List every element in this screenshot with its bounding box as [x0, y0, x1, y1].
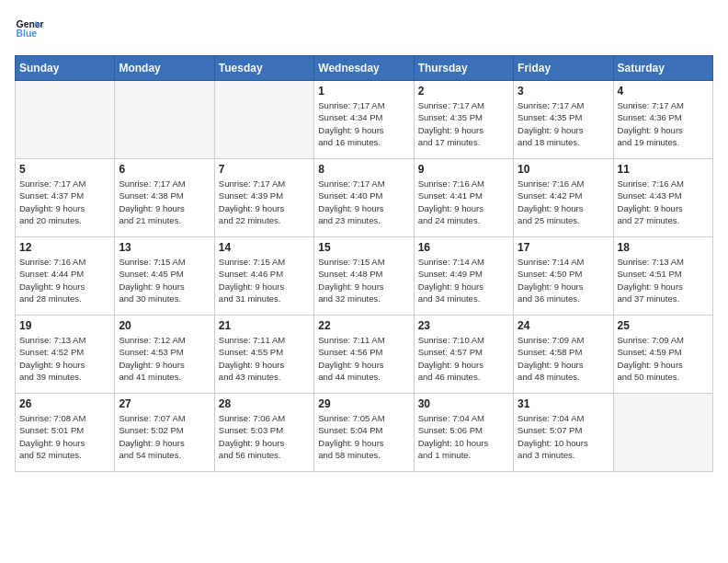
calendar-cell: 4Sunrise: 7:17 AM Sunset: 4:36 PM Daylig…	[613, 81, 712, 159]
day-number: 4	[618, 85, 709, 98]
day-number: 17	[518, 241, 609, 254]
day-info: Sunrise: 7:05 AM Sunset: 5:04 PM Dayligh…	[318, 412, 409, 461]
day-info: Sunrise: 7:14 AM Sunset: 4:49 PM Dayligh…	[418, 256, 509, 304]
day-number: 20	[119, 319, 210, 332]
day-of-week-header: Thursday	[414, 56, 513, 81]
day-number: 26	[19, 397, 110, 410]
calendar-cell: 13Sunrise: 7:15 AM Sunset: 4:45 PM Dayli…	[115, 237, 214, 316]
day-info: Sunrise: 7:17 AM Sunset: 4:34 PM Dayligh…	[318, 99, 409, 148]
day-number: 15	[318, 241, 409, 254]
calendar-cell: 10Sunrise: 7:16 AM Sunset: 4:42 PM Dayli…	[514, 159, 613, 237]
day-number: 31	[518, 397, 609, 410]
day-info: Sunrise: 7:16 AM Sunset: 4:44 PM Dayligh…	[19, 256, 110, 304]
calendar-cell: 23Sunrise: 7:10 AM Sunset: 4:57 PM Dayli…	[414, 316, 513, 394]
calendar-cell: 28Sunrise: 7:06 AM Sunset: 5:03 PM Dayli…	[214, 394, 313, 472]
calendar-cell: 26Sunrise: 7:08 AM Sunset: 5:01 PM Dayli…	[16, 394, 115, 472]
day-info: Sunrise: 7:04 AM Sunset: 5:06 PM Dayligh…	[418, 412, 509, 461]
day-number: 13	[119, 241, 210, 254]
calendar-cell: 1Sunrise: 7:17 AM Sunset: 4:34 PM Daylig…	[314, 81, 414, 159]
calendar-cell: 21Sunrise: 7:11 AM Sunset: 4:55 PM Dayli…	[214, 316, 313, 394]
day-info: Sunrise: 7:11 AM Sunset: 4:56 PM Dayligh…	[318, 334, 409, 383]
day-info: Sunrise: 7:04 AM Sunset: 5:07 PM Dayligh…	[518, 412, 609, 461]
day-info: Sunrise: 7:15 AM Sunset: 4:48 PM Dayligh…	[318, 256, 409, 304]
calendar-cell: 3Sunrise: 7:17 AM Sunset: 4:35 PM Daylig…	[514, 81, 613, 159]
calendar-cell: 15Sunrise: 7:15 AM Sunset: 4:48 PM Dayli…	[314, 237, 414, 316]
day-number: 12	[19, 241, 110, 254]
day-number: 18	[618, 241, 709, 254]
calendar-cell: 17Sunrise: 7:14 AM Sunset: 4:50 PM Dayli…	[514, 237, 613, 316]
day-of-week-header: Tuesday	[214, 56, 313, 81]
calendar-cell: 19Sunrise: 7:13 AM Sunset: 4:52 PM Dayli…	[16, 316, 115, 394]
day-number: 25	[618, 319, 709, 332]
day-info: Sunrise: 7:14 AM Sunset: 4:50 PM Dayligh…	[518, 256, 609, 304]
day-info: Sunrise: 7:12 AM Sunset: 4:53 PM Dayligh…	[119, 334, 210, 383]
calendar-cell: 20Sunrise: 7:12 AM Sunset: 4:53 PM Dayli…	[115, 316, 214, 394]
day-of-week-header: Wednesday	[314, 56, 414, 81]
calendar-cell: 27Sunrise: 7:07 AM Sunset: 5:02 PM Dayli…	[115, 394, 214, 472]
week-row: 5Sunrise: 7:17 AM Sunset: 4:37 PM Daylig…	[16, 159, 713, 237]
day-of-week-header: Monday	[115, 56, 214, 81]
day-info: Sunrise: 7:16 AM Sunset: 4:41 PM Dayligh…	[418, 178, 509, 226]
calendar-cell: 25Sunrise: 7:09 AM Sunset: 4:59 PM Dayli…	[613, 316, 712, 394]
day-info: Sunrise: 7:09 AM Sunset: 4:59 PM Dayligh…	[618, 334, 709, 383]
day-number: 7	[219, 163, 310, 176]
day-number: 24	[518, 319, 609, 332]
day-info: Sunrise: 7:15 AM Sunset: 4:46 PM Dayligh…	[219, 256, 310, 304]
day-number: 21	[219, 319, 310, 332]
calendar-cell	[214, 81, 313, 159]
calendar-cell: 2Sunrise: 7:17 AM Sunset: 4:35 PM Daylig…	[414, 81, 513, 159]
week-row: 12Sunrise: 7:16 AM Sunset: 4:44 PM Dayli…	[16, 237, 713, 316]
calendar-cell: 7Sunrise: 7:17 AM Sunset: 4:39 PM Daylig…	[214, 159, 313, 237]
day-number: 1	[318, 85, 409, 98]
day-of-week-header: Saturday	[613, 56, 712, 81]
calendar-cell: 16Sunrise: 7:14 AM Sunset: 4:49 PM Dayli…	[414, 237, 513, 316]
day-info: Sunrise: 7:13 AM Sunset: 4:52 PM Dayligh…	[19, 334, 110, 383]
day-info: Sunrise: 7:17 AM Sunset: 4:35 PM Dayligh…	[518, 99, 609, 148]
day-number: 11	[618, 163, 709, 176]
day-number: 14	[219, 241, 310, 254]
day-number: 27	[119, 397, 210, 410]
calendar-cell: 18Sunrise: 7:13 AM Sunset: 4:51 PM Dayli…	[613, 237, 712, 316]
calendar-cell: 12Sunrise: 7:16 AM Sunset: 4:44 PM Dayli…	[16, 237, 115, 316]
calendar-cell: 24Sunrise: 7:09 AM Sunset: 4:58 PM Dayli…	[514, 316, 613, 394]
day-info: Sunrise: 7:17 AM Sunset: 4:37 PM Dayligh…	[19, 178, 110, 226]
day-info: Sunrise: 7:11 AM Sunset: 4:55 PM Dayligh…	[219, 334, 310, 383]
day-info: Sunrise: 7:16 AM Sunset: 4:42 PM Dayligh…	[518, 178, 609, 226]
svg-text:Blue: Blue	[17, 29, 38, 39]
day-number: 10	[518, 163, 609, 176]
calendar-cell: 5Sunrise: 7:17 AM Sunset: 4:37 PM Daylig…	[16, 159, 115, 237]
day-info: Sunrise: 7:13 AM Sunset: 4:51 PM Dayligh…	[618, 256, 709, 304]
calendar-table: SundayMondayTuesdayWednesdayThursdayFrid…	[15, 55, 713, 472]
day-info: Sunrise: 7:17 AM Sunset: 4:35 PM Dayligh…	[418, 99, 509, 148]
day-number: 6	[119, 163, 210, 176]
day-info: Sunrise: 7:07 AM Sunset: 5:02 PM Dayligh…	[119, 412, 210, 461]
calendar-cell: 31Sunrise: 7:04 AM Sunset: 5:07 PM Dayli…	[514, 394, 613, 472]
day-info: Sunrise: 7:06 AM Sunset: 5:03 PM Dayligh…	[219, 412, 310, 461]
day-number: 3	[518, 85, 609, 98]
day-info: Sunrise: 7:17 AM Sunset: 4:40 PM Dayligh…	[318, 178, 409, 226]
day-number: 28	[219, 397, 310, 410]
day-number: 8	[318, 163, 409, 176]
calendar-header-row: SundayMondayTuesdayWednesdayThursdayFrid…	[16, 56, 713, 81]
day-number: 9	[418, 163, 509, 176]
day-number: 23	[418, 319, 509, 332]
day-number: 22	[318, 319, 409, 332]
day-number: 29	[318, 397, 409, 410]
calendar-cell: 9Sunrise: 7:16 AM Sunset: 4:41 PM Daylig…	[414, 159, 513, 237]
day-info: Sunrise: 7:15 AM Sunset: 4:45 PM Dayligh…	[119, 256, 210, 304]
day-info: Sunrise: 7:17 AM Sunset: 4:39 PM Dayligh…	[219, 178, 310, 226]
calendar-cell: 30Sunrise: 7:04 AM Sunset: 5:06 PM Dayli…	[414, 394, 513, 472]
page-header: General Blue	[15, 15, 713, 44]
day-info: Sunrise: 7:17 AM Sunset: 4:36 PM Dayligh…	[618, 99, 709, 148]
calendar-cell: 14Sunrise: 7:15 AM Sunset: 4:46 PM Dayli…	[214, 237, 313, 316]
day-info: Sunrise: 7:16 AM Sunset: 4:43 PM Dayligh…	[618, 178, 709, 226]
week-row: 26Sunrise: 7:08 AM Sunset: 5:01 PM Dayli…	[16, 394, 713, 472]
week-row: 1Sunrise: 7:17 AM Sunset: 4:34 PM Daylig…	[16, 81, 713, 159]
calendar-cell: 22Sunrise: 7:11 AM Sunset: 4:56 PM Dayli…	[314, 316, 414, 394]
day-number: 2	[418, 85, 509, 98]
calendar-cell: 6Sunrise: 7:17 AM Sunset: 4:38 PM Daylig…	[115, 159, 214, 237]
week-row: 19Sunrise: 7:13 AM Sunset: 4:52 PM Dayli…	[16, 316, 713, 394]
day-number: 16	[418, 241, 509, 254]
logo: General Blue	[15, 15, 44, 44]
calendar-cell: 29Sunrise: 7:05 AM Sunset: 5:04 PM Dayli…	[314, 394, 414, 472]
